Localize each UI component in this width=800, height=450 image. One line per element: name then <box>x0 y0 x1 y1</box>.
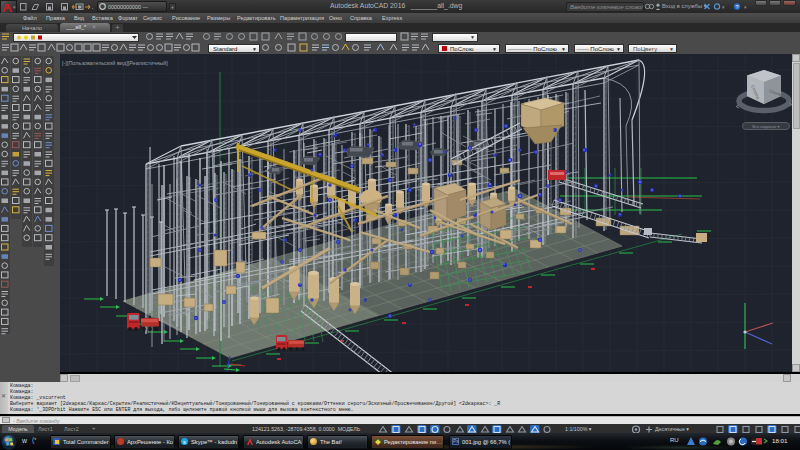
svg-text:▾: ▾ <box>722 4 725 10</box>
svg-text:?: ? <box>735 3 738 9</box>
svg-text:▾: ▾ <box>744 4 747 10</box>
